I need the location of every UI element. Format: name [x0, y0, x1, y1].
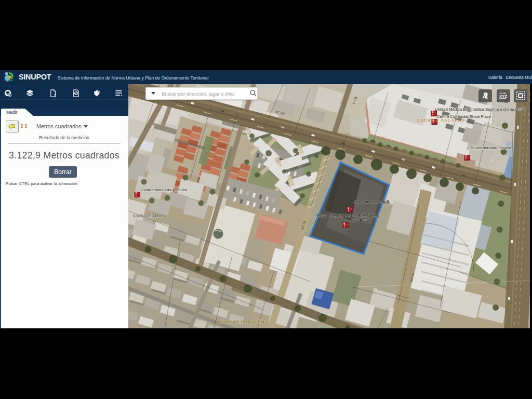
svg-text:LOS CEDROS: LOS CEDROS — [134, 214, 165, 218]
svg-text:XYZ: XYZ — [499, 94, 508, 99]
svg-text:Unidad Médica Diagnóstica Espi: Unidad Médica Diagnóstica Espinosa Gómez… — [435, 107, 525, 112]
svg-text:LOS CEDROS ORIENTAL: LOS CEDROS ORIENTAL — [317, 213, 380, 218]
svg-text:ACACIAS USAQUÉN: ACACIAS USAQUÉN — [218, 320, 265, 324]
svg-text:Sun Sun Spa S.A.S.: Sun Sun Spa S.A.S. — [354, 200, 390, 204]
svg-text:Hard Body: Hard Body — [351, 218, 368, 223]
svg-text:Supermercado Carulla: Supermercado Carulla — [471, 145, 512, 150]
svg-text:Centro Comercial Show Place: Centro Comercial Show Place — [437, 114, 491, 119]
svg-text:Condominio Las Acacias: Condominio Las Acacias — [141, 188, 187, 192]
